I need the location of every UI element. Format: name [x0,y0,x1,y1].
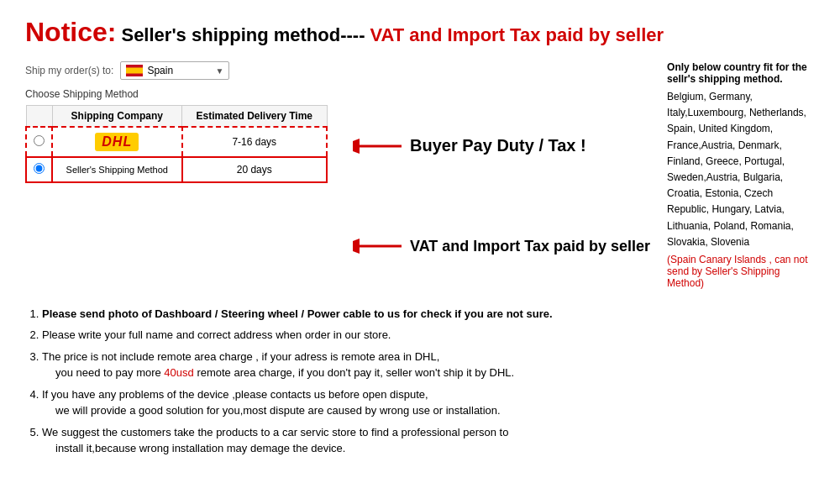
dhl-delivery-cell: 7-16 days [182,127,327,157]
buyer-pay-label: Buyer Pay Duty / Tax ! [410,136,586,155]
dhl-company-cell: DHL [52,127,182,157]
ship-to-row: Ship my order(s) to: Spain ▼ [25,61,328,80]
country-name: Spain [147,65,173,76]
instruction-3-line2: you need to pay more 40usd remote area c… [42,365,815,381]
instruction-4-line2: we will provide a good solution for you,… [42,402,815,419]
ship-to-label: Ship my order(s) to: [25,65,113,76]
delivery-col-header: Estimated Delivery Time [182,106,327,128]
instruction-5-line2: install it,because wrong installation ma… [42,440,815,457]
instructions-section: Please send photo of Dashboard / Steerin… [25,306,815,457]
instructions-list: Please send photo of Dashboard / Steerin… [25,306,815,457]
remote-charge-amount: 40usd [164,366,193,379]
choose-shipping-label: Choose Shipping Method [25,88,328,100]
instruction-item-5: We suggest the customers take the produc… [42,424,815,457]
radio-col-header [26,106,52,128]
instruction-1-bold: Please send photo of Dashboard / Steerin… [42,307,553,320]
dhl-logo: DHL [95,133,139,151]
shipping-table: Shipping Company Estimated Delivery Time… [25,105,328,183]
notice-red-text: VAT and Import Tax paid by seller [370,24,664,46]
vat-paid-label: VAT and Import Tax paid by seller [410,238,650,255]
instruction-item-1: Please send photo of Dashboard / Steerin… [42,306,815,323]
left-panel: Ship my order(s) to: Spain ▼ Choose Ship… [25,61,328,289]
main-content: Ship my order(s) to: Spain ▼ Choose Ship… [25,61,815,289]
spain-flag-icon [126,65,143,76]
instruction-3-line1: The price is not include remote area cha… [42,350,439,363]
notice-header: Notice: Seller's shipping method---- VAT… [25,17,815,48]
seller-company-cell: Seller's Shipping Method [52,157,182,182]
svg-rect-1 [126,68,143,74]
seller-table-row: Seller's Shipping Method 20 days [26,157,327,182]
buyer-pay-arrow-item: Buyer Pay Duty / Tax ! [353,134,650,158]
dropdown-arrow-icon: ▼ [215,66,223,76]
dhl-table-row: DHL 7-16 days [26,127,327,157]
seller-radio-button[interactable] [34,163,45,174]
seller-delivery-cell: 20 days [182,157,327,182]
notice-black-text: Seller's shipping method---- [121,24,365,46]
instruction-item-3: The price is not include remote area cha… [42,349,815,381]
canary-islands-note: (Spain Canary Islands , can not send by … [667,254,815,289]
instruction-item-4: If you have any problems of the device ,… [42,386,815,419]
vat-arrow-icon [353,234,403,258]
notice-label: Notice: [25,17,116,48]
country-select[interactable]: Spain ▼ [120,61,229,80]
dhl-radio-cell[interactable] [26,127,52,157]
vat-arrow-item: VAT and Import Tax paid by seller [353,234,650,258]
countries-text: Belgium, Germany, Italy,Luxembourg, Neth… [667,89,815,250]
company-col-header: Shipping Company [52,106,182,128]
instruction-2-text: Please write your full name and correct … [42,328,391,341]
buyer-pay-arrow-icon [353,134,403,158]
seller-radio-cell[interactable] [26,157,52,182]
instruction-5-line1: We suggest the customers take the produc… [42,426,508,438]
dhl-radio-button[interactable] [34,135,45,146]
arrows-section: Buyer Pay Duty / Tax ! VAT and Import Ta… [344,61,650,289]
right-panel-title: Only below country fit for the sellr's s… [667,61,815,85]
instruction-item-2: Please write your full name and correct … [42,327,815,344]
right-panel: Only below country fit for the sellr's s… [667,61,815,289]
instruction-4-line1: If you have any problems of the device ,… [42,388,428,401]
